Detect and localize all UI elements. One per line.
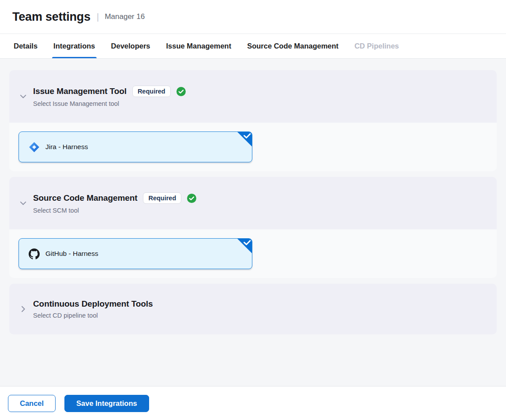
tool-label: Jira - Harness <box>45 143 88 151</box>
tool-card-github-harness[interactable]: GitHub - Harness <box>19 238 252 269</box>
page-title: Team settings <box>12 10 90 24</box>
section-issue-management-tool: Issue Management ToolRequiredSelect Issu… <box>9 70 497 171</box>
section-title: Issue Management Tool <box>33 86 127 96</box>
tab-source-code-management[interactable]: Source Code Management <box>246 34 340 58</box>
section-continuous-deployment-tools: Continuous Deployment ToolsSelect CD pip… <box>9 284 497 334</box>
page-header: Team settings | Manager 16 <box>0 0 506 34</box>
tab-details[interactable]: Details <box>12 34 39 58</box>
section-title: Continuous Deployment Tools <box>33 299 153 309</box>
tab-issue-management[interactable]: Issue Management <box>165 34 233 58</box>
jira-icon <box>29 142 40 153</box>
section-subtitle: Select CD pipeline tool <box>33 312 153 319</box>
section-source-code-management: Source Code ManagementRequiredSelect SCM… <box>9 177 497 278</box>
tool-label: GitHub - Harness <box>45 250 98 258</box>
title-separator: | <box>97 11 99 22</box>
section-subtitle: Select Issue Management tool <box>33 100 186 107</box>
section-header-continuous-deployment-tools[interactable]: Continuous Deployment ToolsSelect CD pip… <box>9 284 497 334</box>
tool-card-jira-harness[interactable]: Jira - Harness <box>19 131 252 162</box>
section-body: GitHub - Harness <box>9 229 497 278</box>
section-header-source-code-management[interactable]: Source Code ManagementRequiredSelect SCM… <box>9 177 497 229</box>
section-subtitle: Select SCM tool <box>33 207 196 214</box>
required-badge: Required <box>143 192 181 204</box>
selected-corner-check-icon <box>237 238 252 254</box>
integrations-panel: Issue Management ToolRequiredSelect Issu… <box>0 59 506 386</box>
chevron-right-icon <box>19 305 27 314</box>
page-subtitle: Manager 16 <box>105 12 145 21</box>
section-title: Source Code Management <box>33 193 137 203</box>
save-integrations-button[interactable]: Save Integrations <box>64 395 149 412</box>
chevron-down-icon <box>19 92 27 101</box>
section-body: Jira - Harness <box>9 123 497 171</box>
tab-developers[interactable]: Developers <box>110 34 152 58</box>
tab-integrations[interactable]: Integrations <box>52 34 96 58</box>
selected-corner-check-icon <box>237 131 252 147</box>
footer-actions: Cancel Save Integrations <box>0 386 506 420</box>
check-circle-icon <box>187 194 196 203</box>
github-icon <box>29 248 40 259</box>
check-circle-icon <box>176 87 186 96</box>
chevron-down-icon <box>19 199 27 208</box>
tab-bar: DetailsIntegrationsDevelopersIssue Manag… <box>0 34 506 59</box>
tab-cd-pipelines: CD Pipelines <box>353 34 400 58</box>
section-header-issue-management-tool[interactable]: Issue Management ToolRequiredSelect Issu… <box>9 70 497 123</box>
required-badge: Required <box>132 86 171 97</box>
cancel-button[interactable]: Cancel <box>8 395 56 412</box>
